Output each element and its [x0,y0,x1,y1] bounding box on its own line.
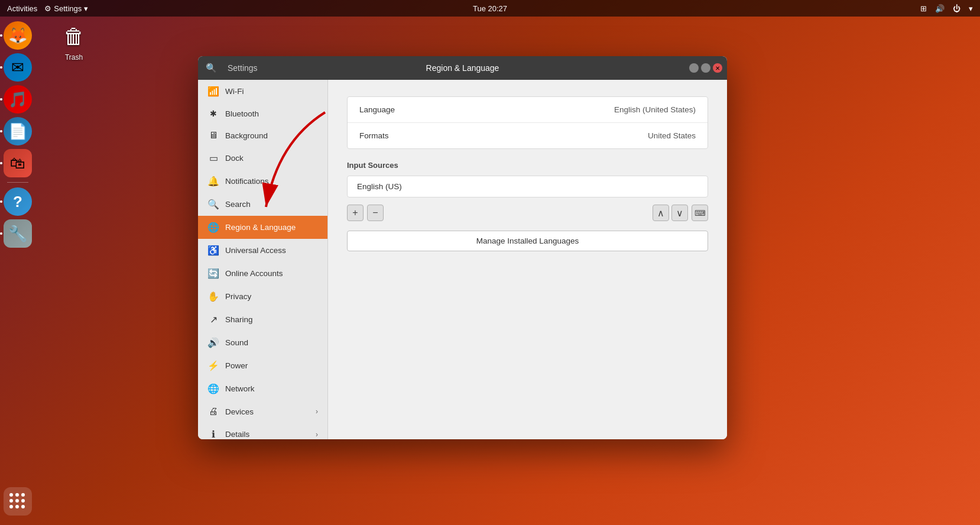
power-icon[interactable]: ⏻ [953,4,960,13]
dropdown-arrow-icon: ▾ [969,4,973,13]
search-icon: 🔍 [207,199,219,210]
search-button[interactable]: 🔍 [203,60,219,76]
minimize-button[interactable] [689,63,699,73]
content-area: 📶 Wi-Fi ✱ Bluetooth 🖥 Background ▭ Dock … [198,80,727,439]
sidebar-item-background[interactable]: 🖥 Background [198,124,327,147]
close-button[interactable]: ✕ [713,63,722,73]
rhythmbox-icon: 🎵 [8,90,27,109]
sidebar-item-label: Devices [225,407,254,416]
sidebar-item-label: Privacy [225,292,251,301]
formats-label: Formats [359,131,389,140]
settings-gear-icon: ⚙ [44,4,51,13]
sidebar-item-sound[interactable]: 🔊 Sound [198,331,327,354]
dock: 🦊 ✉ 🎵 📄 🛍 ? 🔧 [0,17,35,525]
move-down-button[interactable]: ∨ [671,205,688,221]
show-apps-button[interactable] [4,487,32,516]
topbar-datetime: Tue 20:27 [473,4,507,13]
sidebar-item-label: Wi-Fi [225,87,244,96]
sidebar-item-label: Sharing [225,315,253,324]
grid-dot [15,499,19,503]
dock-item-thunderbird[interactable]: ✉ [4,53,32,82]
sound-icon: 🔊 [207,337,219,348]
dock-item-help[interactable]: ? [4,187,32,216]
volume-icon[interactable]: 🔊 [935,4,945,13]
topbar-left: Activities ⚙ Settings ▾ [7,4,88,13]
apps-grid-icon [9,493,26,510]
background-icon: 🖥 [207,130,219,141]
settings-sidebar: 📶 Wi-Fi ✱ Bluetooth 🖥 Background ▭ Dock … [198,80,328,439]
sidebar-item-universal-access[interactable]: ♿ Universal Access [198,239,327,262]
language-value: English (United States) [614,105,696,114]
sidebar-item-label: Details [225,430,249,439]
dock-item-firefox[interactable]: 🦊 [4,21,32,50]
dock-icon: ▭ [207,153,219,164]
appstore-icon: 🛍 [10,154,25,173]
sidebar-item-dock[interactable]: ▭ Dock [198,147,327,170]
titlebar-left: 🔍 Settings [203,60,258,76]
thunderbird-icon: ✉ [11,59,24,77]
grid-dot [9,505,13,508]
grid-dot [21,493,25,497]
sidebar-item-label: Network [225,384,255,393]
firefox-icon: 🦊 [8,27,27,45]
network-icon: ⊞ [920,4,927,13]
grid-dot [9,493,13,497]
maximize-button[interactable] [701,63,710,73]
reorder-controls: ∧ ∨ [653,205,688,221]
input-sources-title: Input Sources [347,161,708,170]
keyboard-layout-button[interactable]: ⌨ [692,205,708,221]
sidebar-item-label: Bluetooth [225,109,259,118]
sidebar-item-label: Region & Language [225,223,296,232]
dock-item-rhythmbox[interactable]: 🎵 [4,85,32,114]
notifications-icon: 🔔 [207,176,219,187]
sidebar-item-wifi[interactable]: 📶 Wi-Fi [198,80,327,103]
input-sources-card: English (US) [347,176,708,197]
language-label: Language [359,105,395,114]
settings-menu-label: Settings [54,4,82,13]
region-language-icon: 🌐 [207,222,219,233]
sidebar-item-bluetooth[interactable]: ✱ Bluetooth [198,103,327,124]
chevron-right-icon: › [316,430,318,439]
activities-button[interactable]: Activities [7,4,37,13]
desktop-icon-trash[interactable]: 🗑 Trash [50,22,98,61]
settings-menu[interactable]: ⚙ Settings ▾ [44,4,88,13]
sidebar-item-label: Sound [225,338,248,347]
dock-item-libreoffice[interactable]: 📄 [4,117,32,145]
sidebar-item-devices[interactable]: 🖨 Devices › [198,400,327,423]
details-icon: ℹ [207,429,219,439]
sidebar-item-details[interactable]: ℹ Details › [198,423,327,439]
settings-window: 🔍 Settings Region & Language ✕ 📶 Wi-Fi ✱… [198,56,727,439]
grid-dot [15,493,19,497]
sidebar-item-power[interactable]: ⚡ Power [198,354,327,377]
topbar: Activities ⚙ Settings ▾ Tue 20:27 ⊞ 🔊 ⏻ … [0,0,980,17]
system-tools-icon: 🔧 [8,225,27,243]
language-row[interactable]: Language English (United States) [348,97,708,122]
sidebar-item-search[interactable]: 🔍 Search [198,193,327,216]
input-source-label: English (US) [357,182,402,191]
sidebar-item-label: Power [225,361,248,370]
sidebar-item-notifications[interactable]: 🔔 Notifications [198,170,327,193]
sidebar-item-label: Online Accounts [225,269,283,278]
sidebar-item-sharing[interactable]: ↗ Sharing [198,308,327,331]
manage-languages-button[interactable]: Manage Installed Languages [347,231,708,251]
grid-dot [21,499,25,503]
universal-access-icon: ♿ [207,245,219,256]
sidebar-item-network[interactable]: 🌐 Network [198,377,327,400]
input-source-english-us[interactable]: English (US) [348,176,708,197]
sidebar-item-label: Search [225,200,251,209]
sidebar-item-label: Notifications [225,177,269,186]
bluetooth-icon: ✱ [207,109,219,118]
help-icon: ? [13,193,22,211]
sidebar-item-privacy[interactable]: ✋ Privacy [198,285,327,308]
chevron-right-icon: › [316,407,318,416]
remove-input-source-button[interactable]: − [367,205,384,221]
move-up-button[interactable]: ∧ [653,205,669,221]
trash-label: Trash [65,53,83,61]
sidebar-item-label: Universal Access [225,246,286,255]
sidebar-item-region-language[interactable]: 🌐 Region & Language [198,216,327,239]
sidebar-item-online-accounts[interactable]: 🔄 Online Accounts [198,262,327,285]
dock-item-system-tools[interactable]: 🔧 [4,219,32,248]
formats-row[interactable]: Formats United States [348,122,708,148]
add-input-source-button[interactable]: + [347,205,364,221]
dock-item-appstore[interactable]: 🛍 [4,149,32,177]
